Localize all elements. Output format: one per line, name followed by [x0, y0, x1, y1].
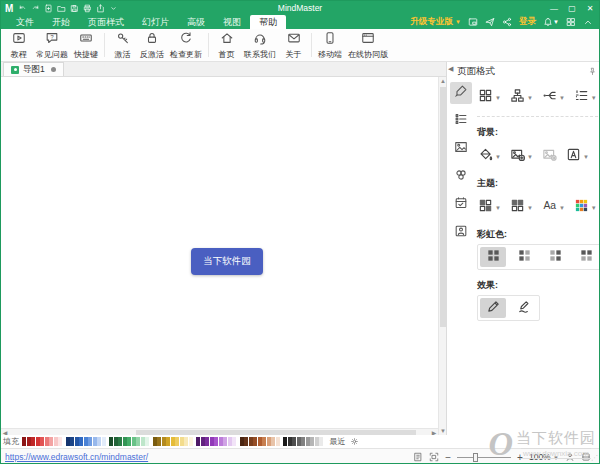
color-swatch[interactable] — [45, 437, 49, 446]
save-icon[interactable] — [70, 4, 79, 13]
bell-icon[interactable]: ▼ — [543, 17, 559, 27]
panel-button-font-aa[interactable]: Aa▼ — [541, 196, 566, 219]
color-swatch[interactable] — [22, 437, 26, 446]
new-window-icon[interactable] — [468, 17, 478, 27]
central-topic-node[interactable]: 当下软件园 — [191, 248, 263, 275]
color-swatch[interactable] — [118, 437, 122, 446]
login-button[interactable]: 登录 — [519, 16, 536, 28]
zoom-slider-thumb[interactable] — [473, 453, 478, 462]
color-swatch[interactable] — [214, 437, 218, 446]
collapse-ribbon-icon[interactable] — [583, 17, 593, 27]
color-swatch[interactable] — [267, 437, 271, 446]
color-swatch[interactable] — [244, 437, 248, 446]
redo-icon[interactable] — [31, 4, 40, 13]
maximize-button[interactable]: ▢ — [563, 1, 581, 15]
color-swatch[interactable] — [301, 437, 305, 446]
menu-tab-开始[interactable]: 开始 — [43, 15, 79, 29]
color-swatch[interactable] — [180, 437, 184, 446]
toolbar-button-联系我们[interactable]: 联系我们 — [241, 29, 279, 61]
panel-button-image-add[interactable]: ▼ — [509, 145, 534, 168]
color-swatch[interactable] — [249, 437, 253, 446]
panel-button-rainbow-3[interactable] — [542, 247, 568, 267]
color-swatch[interactable] — [196, 437, 200, 446]
menu-tab-幻灯片[interactable]: 幻灯片 — [133, 15, 178, 29]
color-swatch[interactable] — [75, 437, 79, 446]
color-swatch[interactable] — [310, 437, 314, 446]
color-swatch[interactable] — [240, 437, 244, 446]
color-swatch[interactable] — [36, 437, 40, 446]
color-swatch[interactable] — [184, 437, 188, 446]
panel-button-watermark-a[interactable]: ▼ — [565, 145, 590, 168]
color-swatch[interactable] — [97, 437, 101, 446]
color-swatch[interactable] — [319, 437, 323, 446]
color-swatch[interactable] — [288, 437, 292, 446]
color-swatch[interactable] — [162, 437, 166, 446]
color-swatch[interactable] — [166, 437, 170, 446]
toolbar-button-快捷键[interactable]: 快捷键 — [71, 29, 101, 61]
panel-button-theme-grid[interactable]: ▼ — [477, 196, 502, 219]
new-file-icon[interactable] — [44, 4, 53, 13]
toolbar-button-激活[interactable]: 激活 — [108, 29, 137, 61]
panel-button-color-grid[interactable]: ▼ — [573, 196, 598, 219]
panel-button-theme-grid-alt[interactable]: ▼ — [509, 196, 534, 219]
panel-button-pencil[interactable] — [480, 298, 506, 318]
close-button[interactable]: ✕ — [581, 1, 599, 15]
color-swatch[interactable] — [102, 437, 106, 446]
menu-tab-帮助[interactable]: 帮助 — [250, 15, 286, 29]
toolbar-button-教程[interactable]: 教程 — [4, 29, 33, 61]
zoom-in-button[interactable]: + — [517, 452, 523, 463]
color-swatch[interactable] — [153, 437, 157, 446]
zoom-out-button[interactable]: − — [445, 452, 451, 463]
mindmap-canvas[interactable]: 当下软件园 — [1, 77, 438, 428]
color-swatch[interactable] — [201, 437, 205, 446]
pager-button[interactable] — [581, 452, 591, 462]
color-swatch[interactable] — [88, 437, 92, 446]
color-swatch[interactable] — [297, 437, 301, 446]
color-swatch[interactable] — [157, 437, 161, 446]
recent-colors-button[interactable]: 最近 — [330, 436, 346, 447]
panel-tab-relationship[interactable] — [450, 166, 472, 188]
color-swatch[interactable] — [40, 437, 44, 446]
color-swatch[interactable] — [219, 437, 223, 446]
zoom-slider[interactable] — [457, 457, 511, 458]
toolbar-button-移动端[interactable]: 移动端 — [315, 29, 345, 61]
fit-screen-button[interactable] — [429, 452, 439, 462]
presenter-mode-button[interactable] — [565, 452, 575, 462]
color-swatch[interactable] — [228, 437, 232, 446]
menu-tab-高级[interactable]: 高级 — [178, 15, 214, 29]
color-swatch[interactable] — [171, 437, 175, 446]
color-swatch[interactable] — [205, 437, 209, 446]
color-swatch[interactable] — [271, 437, 275, 446]
color-swatch[interactable] — [253, 437, 257, 446]
layout-style-button-layout-grid[interactable]: ▼ — [477, 86, 502, 109]
color-swatch[interactable] — [27, 437, 31, 446]
zoom-level-value[interactable]: 100% ▼ — [529, 452, 559, 462]
layout-style-button-branch-style[interactable]: ▼ — [541, 86, 566, 109]
color-swatch[interactable] — [283, 437, 287, 446]
vertical-scrollbar[interactable]: ▲ ▼ — [438, 77, 446, 435]
color-swatch[interactable] — [66, 437, 70, 446]
color-swatch[interactable] — [145, 437, 149, 446]
panel-tab-note[interactable] — [450, 222, 472, 244]
share-icon[interactable] — [502, 17, 512, 27]
menu-tab-文件[interactable]: 文件 — [7, 15, 43, 29]
toolbar-button-常见问题[interactable]: ?常见问题 — [33, 29, 71, 61]
panel-tab-format-roller[interactable] — [450, 82, 472, 104]
panel-tab-outline-list[interactable] — [450, 110, 472, 132]
color-swatch[interactable] — [70, 437, 74, 446]
color-swatch[interactable] — [258, 437, 262, 446]
more-caret-icon[interactable] — [109, 4, 118, 13]
panel-button-fill-bucket[interactable]: ▼ — [477, 145, 502, 168]
color-swatch[interactable] — [276, 437, 280, 446]
color-swatch[interactable] — [189, 437, 193, 446]
color-swatch[interactable] — [114, 437, 118, 446]
color-swatch[interactable] — [141, 437, 145, 446]
panel-tab-task[interactable] — [450, 194, 472, 216]
export-icon[interactable] — [96, 4, 105, 13]
edrawsoft-link[interactable]: https://www.edrawsoft.cn/mindmaster/ — [5, 452, 148, 462]
color-swatch[interactable] — [292, 437, 296, 446]
undo-icon[interactable] — [18, 4, 27, 13]
open-folder-icon[interactable] — [57, 4, 66, 13]
color-swatch[interactable] — [232, 437, 236, 446]
panel-collapse-icon[interactable]: ◀ — [448, 65, 453, 73]
